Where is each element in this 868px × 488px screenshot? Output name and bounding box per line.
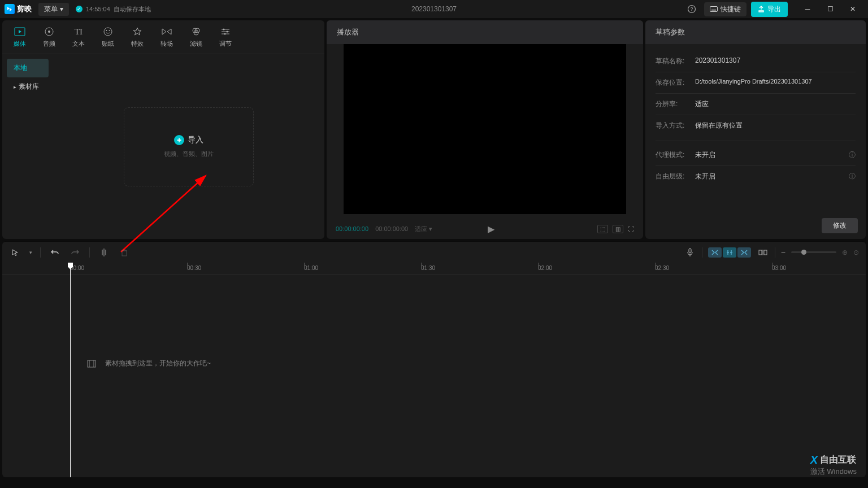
tab-sticker[interactable]: 贴纸 — [95, 24, 121, 50]
app-logo: 剪映 — [5, 4, 32, 14]
delete-button[interactable] — [118, 246, 131, 259]
info-icon[interactable]: ⓘ — [849, 150, 856, 160]
timeline[interactable]: 00:00 00:30 01:00 01:30 02:00 02:30 03:0… — [2, 263, 866, 477]
titlebar: 剪映 菜单 ▾ ✓ 14:55:04 自动保存本地 202301301307 ?… — [0, 0, 868, 18]
logo-icon — [5, 4, 15, 14]
mic-button[interactable] — [684, 246, 696, 259]
svg-point-13 — [223, 29, 225, 30]
prop-value: 未开启 — [695, 150, 849, 160]
tab-transition[interactable]: 转场 — [154, 24, 180, 50]
play-button[interactable]: ▶ — [488, 224, 494, 234]
prop-label: 分辨率: — [656, 99, 695, 109]
tab-text[interactable]: TI文本 — [66, 24, 92, 50]
autosave-status: ✓ 14:55:04 自动保存本地 — [76, 5, 151, 14]
undo-button[interactable] — [49, 246, 61, 259]
import-area: + 导入 视频、音频、图片 — [53, 54, 324, 239]
tab-label: 特效 — [131, 40, 144, 48]
pointer-tool[interactable] — [9, 246, 21, 259]
project-title: 202301301307 — [411, 5, 457, 13]
import-button[interactable]: + 导入 视频、音频、图片 — [124, 107, 254, 186]
zoom-out-button[interactable]: − — [781, 248, 785, 257]
close-button[interactable]: ✕ — [842, 1, 863, 17]
zoom-in-button[interactable]: ⊕ — [842, 249, 848, 256]
fit-dropdown[interactable]: 适应 ▾ — [415, 225, 432, 233]
zoom-slider[interactable] — [791, 251, 836, 253]
prop-value: 202301301307 — [695, 56, 856, 66]
tab-audio[interactable]: 音频 — [36, 24, 62, 50]
tab-label: 音频 — [43, 40, 55, 48]
draft-title: 草稿参数 — [645, 20, 866, 44]
tab-label: 滤镜 — [190, 40, 202, 48]
timeline-toolbar: ▾ − ⊕ ⊙ — [2, 241, 866, 263]
prop-value: D:/tools/JianyingPro Drafts/202301301307 — [695, 78, 856, 88]
split-button[interactable] — [98, 246, 110, 259]
svg-rect-2 — [710, 7, 718, 12]
ruler-tick: 02:30 — [655, 265, 669, 271]
media-sidebar: 本地 ▸素材库 — [2, 54, 53, 239]
chevron-down-icon[interactable]: ▾ — [29, 250, 32, 255]
prop-label: 自由层级: — [656, 172, 695, 181]
tab-filter[interactable]: 滤镜 — [183, 24, 209, 50]
empty-track-hint: 素材拖拽到这里，开始你的大作吧~ — [70, 354, 866, 373]
player-title: 播放器 — [327, 20, 643, 44]
export-label: 导出 — [767, 5, 781, 14]
prop-row: 自由层级:未开启ⓘ — [656, 166, 856, 187]
tab-label: 转场 — [160, 40, 173, 48]
svg-text:?: ? — [690, 6, 693, 12]
modify-button[interactable]: 修改 — [822, 218, 858, 233]
effect-icon — [132, 26, 143, 37]
svg-point-14 — [227, 31, 228, 33]
help-icon[interactable]: ? — [684, 1, 700, 17]
redo-button[interactable] — [69, 246, 81, 259]
ruler-tick: 03:00 — [772, 265, 786, 271]
svg-point-8 — [106, 30, 107, 31]
minimize-button[interactable]: ─ — [797, 1, 818, 17]
track-area[interactable]: 素材拖拽到这里，开始你的大作吧~ — [2, 354, 866, 373]
import-label: 导入 — [188, 135, 203, 145]
tab-label: 调节 — [219, 40, 232, 48]
plus-icon: + — [174, 135, 184, 145]
tab-label: 文本 — [72, 40, 85, 48]
svg-rect-19 — [759, 250, 762, 255]
prop-label: 保存位置: — [656, 78, 695, 88]
sticker-icon — [102, 26, 114, 37]
shortcuts-button[interactable]: 快捷键 — [704, 2, 747, 16]
sidebar-item-local[interactable]: 本地 — [7, 59, 49, 77]
adjust-icon — [220, 26, 231, 37]
snap-button-2[interactable] — [723, 247, 736, 258]
info-icon[interactable]: ⓘ — [849, 172, 856, 181]
media-icon — [14, 26, 25, 37]
autosave-time: 14:55:04 — [86, 6, 110, 12]
fullscreen-button[interactable]: ⛶ — [628, 225, 634, 232]
player-panel: 播放器 00:00:00:00 00:00:00:00 适应 ▾ ▶ ⬚ ▥ ⛶ — [327, 20, 643, 239]
maximize-button[interactable]: ☐ — [819, 1, 841, 17]
snap-button-1[interactable] — [708, 247, 722, 258]
tab-effect[interactable]: 特效 — [124, 24, 150, 50]
export-button[interactable]: 导出 — [751, 2, 788, 17]
chevron-down-icon: ▾ — [60, 5, 63, 13]
prop-row: 分辨率:适应 — [656, 94, 856, 115]
player-viewport[interactable] — [344, 44, 626, 214]
preview-cut-button[interactable] — [757, 246, 769, 259]
menu-button[interactable]: 菜单 ▾ — [38, 3, 69, 16]
tab-label: 贴纸 — [102, 40, 114, 48]
snap-button-3[interactable] — [737, 247, 751, 258]
playhead[interactable] — [70, 263, 71, 477]
zoom-fit-button[interactable]: ⊙ — [853, 249, 859, 256]
sidebar-item-library[interactable]: ▸素材库 — [7, 77, 49, 96]
transition-icon — [161, 26, 172, 37]
prop-row: 保存位置:D:/tools/JianyingPro Drafts/2023013… — [656, 72, 856, 94]
compare-button[interactable]: ▥ — [613, 225, 623, 233]
tab-adjust[interactable]: 调节 — [212, 24, 238, 50]
prop-label: 草稿名称: — [656, 56, 695, 66]
sidebar-item-label: 本地 — [14, 63, 27, 73]
prop-value: 适应 — [695, 99, 856, 109]
prop-label: 代理模式: — [656, 150, 695, 160]
time-current: 00:00:00:00 — [336, 225, 368, 232]
prop-label: 导入方式: — [656, 121, 695, 130]
ratio-button[interactable]: ⬚ — [597, 225, 608, 233]
svg-point-7 — [104, 28, 112, 36]
export-icon — [758, 6, 765, 12]
tab-media[interactable]: 媒体 — [7, 24, 33, 50]
timeline-ruler[interactable]: 00:00 00:30 01:00 01:30 02:00 02:30 03:0… — [2, 263, 866, 275]
